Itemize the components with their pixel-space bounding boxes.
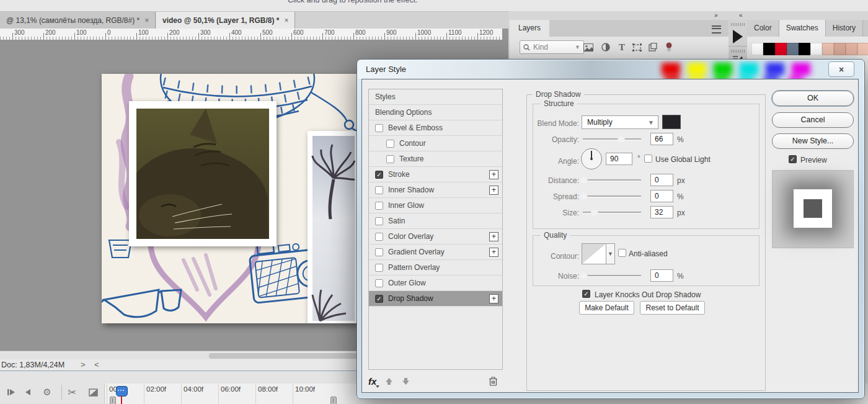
size-input[interactable]: 32 — [650, 206, 673, 218]
status-collapse-arrow[interactable]: < — [94, 360, 99, 369]
style-row-blending-options[interactable]: Blending Options — [369, 105, 502, 120]
status-expand-arrow[interactable]: > — [81, 360, 86, 369]
filter-toggle-icon[interactable] — [663, 42, 675, 53]
blend-mode-select[interactable]: Multiply ▼ — [582, 115, 658, 129]
timeline-settings-gear-icon[interactable]: ⚙ — [40, 386, 55, 398]
close-icon[interactable]: × — [828, 61, 854, 77]
dialog-titlebar[interactable]: Layer Style — [358, 60, 864, 79]
panel-menu-icon[interactable] — [712, 25, 721, 34]
document-tab[interactable]: video @ 50,1% (Layer 1, RGB/8) *× — [156, 12, 295, 29]
color-swatch[interactable] — [846, 43, 857, 55]
style-row-outer-glow[interactable]: Outer Glow — [369, 276, 502, 291]
transition-icon[interactable] — [86, 386, 100, 398]
add-effect-instance-icon[interactable]: + — [489, 170, 498, 179]
anti-aliased-checkbox[interactable] — [618, 249, 626, 257]
style-checkbox[interactable] — [375, 186, 383, 194]
style-checkbox[interactable] — [375, 217, 383, 225]
distance-input[interactable]: 0 — [650, 174, 673, 186]
noise-slider[interactable] — [583, 275, 641, 276]
type-layer-filter-icon[interactable]: T — [616, 42, 627, 53]
shape-layer-filter-icon[interactable] — [631, 42, 642, 53]
panel-grip[interactable] — [731, 50, 745, 53]
ok-button[interactable]: OK — [772, 91, 854, 106]
style-row-stroke[interactable]: Stroke+ — [369, 167, 502, 182]
color-swatch[interactable] — [822, 43, 834, 55]
color-swatch[interactable] — [834, 43, 846, 55]
style-row-drop-shadow[interactable]: Drop Shadow+ — [369, 291, 502, 307]
close-icon[interactable]: × — [284, 16, 288, 25]
move-effect-up-icon[interactable] — [385, 377, 393, 385]
style-checkbox[interactable] — [375, 295, 383, 303]
cancel-button[interactable]: Cancel — [772, 112, 854, 128]
play-from-start-icon[interactable] — [4, 386, 19, 398]
horizontal-ruler[interactable]: 3002001000100200300400500600700800900100… — [0, 29, 502, 40]
style-checkbox[interactable] — [375, 233, 383, 241]
tab-color[interactable]: Color — [747, 20, 779, 37]
work-area-end-handle[interactable] — [330, 397, 337, 404]
color-swatch[interactable] — [775, 43, 787, 55]
opacity-slider[interactable] — [583, 138, 641, 140]
reset-to-default-button[interactable]: Reset to Default — [640, 301, 705, 315]
color-swatch[interactable] — [751, 43, 763, 55]
add-effect-instance-icon[interactable]: + — [489, 186, 498, 195]
add-effect-instance-icon[interactable]: + — [489, 232, 498, 241]
style-row-styles[interactable]: Styles — [369, 89, 502, 105]
expand-panels-icon[interactable]: » — [714, 12, 717, 19]
pixel-layer-filter-icon[interactable] — [583, 42, 594, 53]
style-checkbox[interactable] — [375, 264, 383, 272]
spread-slider[interactable] — [583, 195, 641, 197]
document-tab[interactable]: @ 13,1% (самолёты поезда, RGB/8#) *× — [0, 12, 156, 29]
size-slider[interactable] — [583, 212, 641, 213]
collapse-panels-icon[interactable]: « — [739, 12, 742, 19]
tab-layers[interactable]: Layers — [510, 20, 549, 37]
make-default-button[interactable]: Make Default — [579, 301, 634, 315]
shadow-color-swatch[interactable] — [662, 115, 681, 129]
color-swatch[interactable] — [857, 43, 868, 55]
style-checkbox[interactable] — [386, 140, 394, 148]
color-swatch[interactable] — [763, 43, 775, 55]
timeline-playhead[interactable] — [116, 386, 128, 397]
previous-frame-icon[interactable] — [20, 386, 35, 398]
add-effect-instance-icon[interactable]: + — [489, 294, 498, 303]
style-checkbox[interactable] — [386, 155, 394, 163]
style-checkbox[interactable] — [375, 171, 383, 179]
layer-knocks-out-checkbox[interactable] — [582, 290, 590, 298]
panel-grip[interactable] — [731, 23, 745, 26]
split-clip-scissors-icon[interactable]: ✂ — [64, 386, 79, 398]
style-row-satin[interactable]: Satin — [369, 213, 502, 229]
delete-effect-trash-icon[interactable] — [489, 376, 498, 386]
style-checkbox[interactable] — [375, 248, 383, 256]
style-checkbox[interactable] — [375, 202, 383, 210]
add-effect-instance-icon[interactable]: + — [489, 248, 498, 257]
tab-history[interactable]: History — [826, 20, 863, 37]
smart-object-filter-icon[interactable] — [647, 42, 658, 53]
work-area-start-handle[interactable] — [110, 397, 116, 404]
angle-dial[interactable] — [581, 148, 602, 169]
tab-swatches[interactable]: Swatches — [779, 20, 826, 37]
add-effect-fx-button[interactable]: fx — [368, 376, 376, 387]
style-row-gradient-overlay[interactable]: Gradient Overlay+ — [369, 245, 502, 260]
adjustment-layer-filter-icon[interactable] — [600, 42, 611, 53]
contour-thumbnail[interactable] — [582, 243, 606, 264]
distance-slider[interactable] — [583, 179, 641, 181]
style-row-inner-shadow[interactable]: Inner Shadow+ — [369, 182, 502, 198]
color-swatch[interactable] — [810, 43, 822, 55]
preview-checkbox[interactable] — [789, 155, 797, 163]
style-row-bevel-emboss[interactable]: Bevel & Emboss — [369, 120, 502, 136]
style-row-color-overlay[interactable]: Color Overlay+ — [369, 229, 502, 245]
color-swatch[interactable] — [799, 43, 810, 55]
style-checkbox[interactable] — [375, 279, 383, 287]
spread-input[interactable]: 0 — [650, 190, 673, 202]
noise-input[interactable]: 0 — [650, 269, 673, 282]
layer-filter-select[interactable]: Kind ▼ — [520, 40, 584, 54]
color-swatch[interactable] — [787, 43, 799, 55]
style-row-texture[interactable]: Texture — [369, 151, 502, 167]
move-effect-down-icon[interactable] — [402, 377, 410, 385]
style-checkbox[interactable] — [375, 124, 383, 132]
style-row-inner-glow[interactable]: Inner Glow — [369, 198, 502, 213]
collapsed-timeline-play-icon[interactable] — [733, 30, 743, 43]
style-row-pattern-overlay[interactable]: Pattern Overlay — [369, 260, 502, 276]
style-row-contour[interactable]: Contour — [369, 136, 502, 151]
close-icon[interactable]: × — [144, 16, 149, 25]
contour-picker-chevron-icon[interactable]: ▼ — [606, 243, 615, 264]
